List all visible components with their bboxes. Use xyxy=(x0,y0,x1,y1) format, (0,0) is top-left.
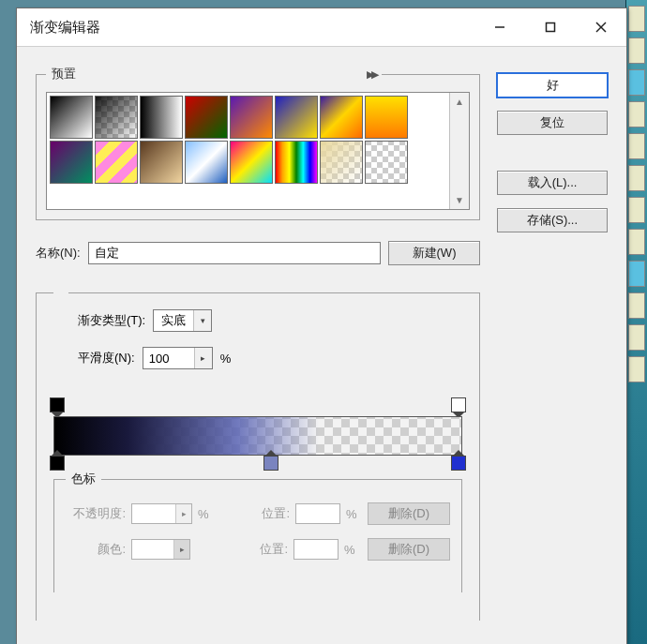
gradient-preview-bar[interactable] xyxy=(53,416,462,456)
maximize-button[interactable] xyxy=(525,8,576,46)
preset-swatch[interactable] xyxy=(50,96,93,139)
color-position-input[interactable] xyxy=(293,539,339,560)
minimize-button[interactable] xyxy=(474,8,525,46)
preset-swatch[interactable] xyxy=(95,96,138,139)
titlebar: 渐变编辑器 xyxy=(17,8,626,47)
new-button[interactable]: 新建(W) xyxy=(388,241,480,265)
delete-color-stop-button[interactable]: 删除(D) xyxy=(368,538,450,561)
close-button[interactable] xyxy=(576,8,626,46)
gradient-bar-area xyxy=(53,396,462,471)
dialog-side-buttons: 好 复位 载入(L)... 存储(S)... xyxy=(497,66,608,644)
ok-button[interactable]: 好 xyxy=(497,73,608,97)
preset-swatch[interactable] xyxy=(365,96,408,139)
delete-opacity-stop-button[interactable]: 删除(D) xyxy=(368,502,450,525)
preset-swatch[interactable] xyxy=(320,141,363,184)
preset-swatch[interactable] xyxy=(50,141,93,184)
smoothness-stepper[interactable]: 100 ▸ xyxy=(143,347,213,369)
name-input[interactable] xyxy=(88,242,381,264)
gradient-editor-dialog: 渐变编辑器 预置 ▶▶ xyxy=(16,7,627,644)
name-label: 名称(N): xyxy=(36,245,81,262)
window-title: 渐变编辑器 xyxy=(30,19,474,37)
load-button[interactable]: 载入(L)... xyxy=(497,171,608,195)
opacity-position-input[interactable] xyxy=(295,503,340,524)
preset-list xyxy=(47,93,449,209)
preset-swatch[interactable] xyxy=(365,141,408,184)
chevron-down-icon: ▾ xyxy=(193,310,211,331)
opacity-label: 不透明度: xyxy=(66,505,126,522)
opacity-stepper[interactable]: ▸ xyxy=(131,503,192,524)
preset-swatch[interactable] xyxy=(275,141,318,184)
presets-group: 预置 ▶▶ xyxy=(36,66,480,220)
preset-swatch[interactable] xyxy=(140,141,183,184)
gradient-type-select[interactable]: 实底 ▾ xyxy=(153,309,212,332)
presets-menu-icon[interactable]: ▶▶ xyxy=(367,68,376,81)
preset-swatch[interactable] xyxy=(140,96,183,139)
color-stops-group: 色标 不透明度: ▸ % 位置: % 删除(D) 颜色 xyxy=(53,471,462,592)
opacity-stop[interactable] xyxy=(50,397,65,412)
preset-swatch[interactable] xyxy=(95,141,138,184)
smoothness-unit: % xyxy=(220,352,232,366)
preset-swatch[interactable] xyxy=(230,96,273,139)
gradient-type-value: 实底 xyxy=(154,312,193,329)
color-stop[interactable] xyxy=(263,456,278,471)
save-button[interactable]: 存储(S)... xyxy=(497,208,608,232)
preset-swatch[interactable] xyxy=(185,96,228,139)
chevron-right-icon: ▸ xyxy=(173,540,189,559)
name-row: 名称(N): 新建(W) xyxy=(36,241,480,265)
presets-legend: 预置 xyxy=(52,66,76,82)
color-stops-legend: 色标 xyxy=(66,471,101,487)
position-label: 位置: xyxy=(252,541,288,558)
color-stop[interactable] xyxy=(50,456,65,471)
opacity-stop[interactable] xyxy=(451,397,466,412)
chevron-right-icon: ▸ xyxy=(175,504,191,523)
scroll-down-icon[interactable]: ▼ xyxy=(455,195,464,205)
smoothness-value: 100 xyxy=(143,352,194,366)
percent-sign: % xyxy=(346,507,359,521)
preset-swatch[interactable] xyxy=(185,141,228,184)
scroll-up-icon[interactable]: ▲ xyxy=(455,97,464,107)
gradient-group: . 渐变类型(T): 实底 ▾ 平滑度(N): 100 ▸ xyxy=(36,286,480,621)
color-stop[interactable] xyxy=(451,456,466,471)
svg-rect-1 xyxy=(547,23,555,32)
chevron-right-icon: ▸ xyxy=(194,348,212,368)
background-panel-edge xyxy=(625,0,647,644)
percent-sign: % xyxy=(198,507,211,521)
preset-swatch[interactable] xyxy=(275,96,318,139)
percent-sign: % xyxy=(344,543,357,557)
gradient-type-label: 渐变类型(T): xyxy=(78,312,145,329)
smoothness-label: 平滑度(N): xyxy=(78,350,135,367)
preset-scrollbar[interactable]: ▲ ▼ xyxy=(449,93,469,209)
color-swatch xyxy=(132,540,173,559)
reset-button[interactable]: 复位 xyxy=(497,111,608,135)
preset-swatch[interactable] xyxy=(230,141,273,184)
preset-swatch[interactable] xyxy=(320,96,363,139)
color-label: 颜色: xyxy=(66,541,126,558)
color-chip[interactable]: ▸ xyxy=(131,539,190,560)
position-label: 位置: xyxy=(254,505,290,522)
